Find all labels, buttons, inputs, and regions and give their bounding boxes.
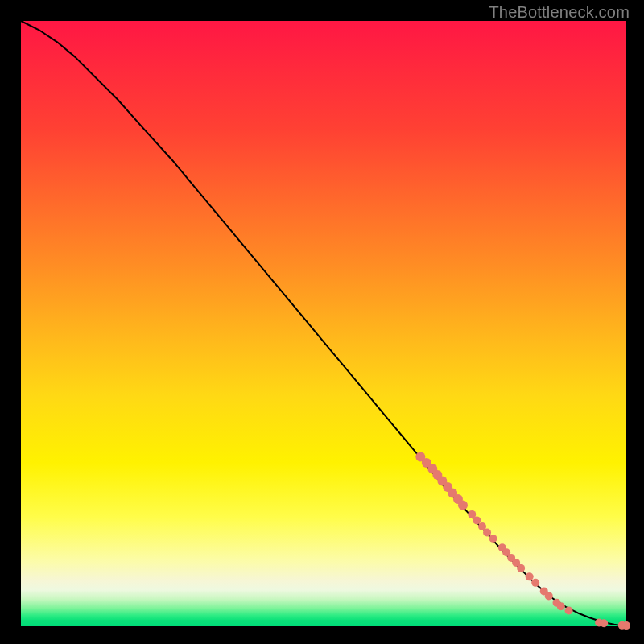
data-marker [600, 619, 608, 627]
plot-area [21, 21, 626, 626]
data-marker [458, 501, 468, 510]
data-marker [489, 535, 497, 543]
data-marker [473, 516, 481, 524]
main-curve [21, 21, 626, 625]
data-marker [517, 564, 525, 572]
data-marker [557, 602, 565, 610]
data-marker [622, 621, 630, 630]
data-marker [531, 579, 539, 587]
data-marker [545, 592, 553, 600]
watermark-text: TheBottleneck.com [489, 3, 630, 22]
data-marker [526, 572, 534, 580]
data-markers [415, 452, 630, 630]
chart-overlay [21, 21, 626, 626]
chart-stage: TheBottleneck.com [0, 0, 644, 644]
data-marker [483, 528, 491, 536]
data-marker [565, 606, 573, 614]
